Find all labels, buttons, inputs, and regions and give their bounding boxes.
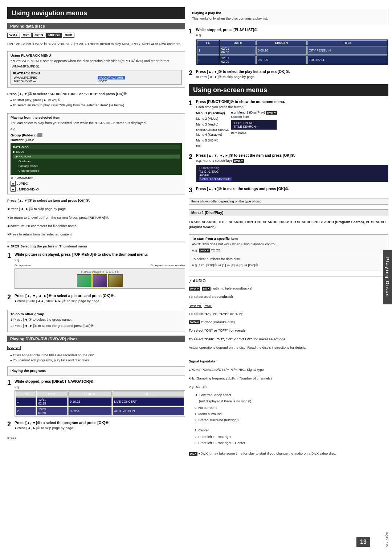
step-audio-picture-text: Press [▲, ▼]⑨ to select "AUDIO/PICTURE" … (7, 91, 185, 97)
playing-data-discs-title: Playing data discs (7, 23, 185, 29)
dvdv-karaoke-tag: DVD-V (189, 320, 200, 324)
thumb-images (77, 274, 123, 287)
jpeg-tag: JPEG (32, 33, 45, 38)
channel-item-6: 1: Center (195, 428, 388, 433)
mpeg-icon: ▶ (11, 186, 16, 192)
thumb-img-2 (93, 274, 107, 287)
channel-item-8: 3: Front left＋Front right＋Center (195, 440, 388, 446)
channel-item-2: (not displayed if there is no signal) (195, 399, 388, 404)
dvd-rw-bullet-2: You cannot edit programs, play lists and… (10, 358, 185, 363)
dvd-step1-number: 1 (7, 379, 12, 417)
press-item-label: Press [▲, ▼]⑨ to select an item and pres… (7, 198, 185, 203)
vcd-note: ●VCD This does not work when using playb… (192, 242, 385, 247)
on-screen-step1-note: Each time you press the button: (196, 104, 388, 110)
press-max: ●Maximum: 28 characters for file/folder … (7, 223, 185, 229)
go-to-other-group-box: To go to other group 1 Press [◄]⑨ to sel… (7, 310, 185, 332)
on-screen-step2-number: 2 (189, 153, 194, 183)
jpeg-step2-bullet: ●Press [SKIP |◄◄, SKIP ►► ]⑨ to skip pag… (15, 299, 185, 304)
thumbnail-area: ◄ JPEG images ► G 1/ 1/5 ► (15, 268, 185, 289)
playlist-note: This works only when the disc contains a… (192, 16, 385, 21)
jpeg-step1: 1 While picture is displayed, press [TOP… (7, 253, 185, 290)
actual-note: Actual operations depend on the disc. Re… (189, 345, 388, 350)
signal-text: LPCM/PPCM/□□ D/DTS/MP3/MPEG: Signal type (189, 367, 388, 372)
dvd-v-divx: DVD-V DivX (with multiple soundtracks) (189, 286, 388, 291)
on-screen-display: T1 C1 ♪1:ENG TITLE SEARCH— (231, 120, 277, 130)
press-selected: ●Press to return from the selected conte… (7, 232, 185, 237)
channel-item-7: 2: Front left＋Front right (195, 434, 388, 439)
with-multiple-soundtracks: (with multiple soundtracks) (212, 286, 252, 290)
step-audio-picture: Press [▲, ▼]⑨ to select "AUDIO/PICTURE" … (7, 91, 185, 108)
bullet-select-item: To select an item to play, refer "Playin… (10, 103, 185, 108)
dvd-step2-bullet: ●Press [◄, ►]⑨ to skip page by page. (15, 426, 185, 431)
mpeg4-tag: MPEG4 (46, 33, 62, 38)
step-audio-picture-bullets: To start play, press [► PLAY]⑥. To selec… (7, 98, 185, 108)
channel-item-4: 1: Mono surround (195, 411, 388, 416)
on-screen-step3: 3 Press [▲, ▼]⑨ to make the settings and… (189, 187, 388, 193)
signal-title: Signal type/data (189, 359, 388, 364)
press-return: ●To return to 1 level up from the curren… (7, 215, 185, 220)
on-screen-step2-eg: e.g. Menu 1 (Disc/Play) DVD-V (196, 158, 388, 163)
side-tab: Playing Discs (383, 250, 392, 304)
playlist-eg: e.g. (196, 33, 388, 38)
playlist-step2-bullet: ●Press [◄, ►]⑨ to skip page by page. (196, 74, 388, 79)
playlist-table: PL DATE LENGTH TITLE 1 02/0106:00 0:00:1… (196, 39, 388, 65)
music-icon: ♫ (11, 176, 13, 180)
thumb-img-3 (108, 274, 123, 287)
group-label: Group (Folder): (11, 133, 36, 137)
audio-title-text: AUDIO (193, 279, 205, 283)
on-screen-step1-number: 1 (189, 100, 194, 150)
jpeg-label-row: ▣ : JPEG (11, 181, 182, 186)
wma-mp3-label: ♫ : WMA/MP3 (11, 176, 182, 180)
khz-text: kHz (Sampling frequency)/bit/ch (Number … (189, 376, 388, 381)
wma-tag: WMA (7, 33, 20, 38)
playing-programs-box: Playing the programs (7, 366, 185, 376)
note-icon: ♪ (189, 278, 191, 284)
rqtx-label: RQTX1115 (385, 532, 388, 547)
jpeg-icon: ▣ (11, 181, 16, 186)
mpeg-label-row: ▶ : MPEG4/DivX (11, 186, 182, 192)
format-tags: WMA MP3 JPEG MPEG4 DivX (7, 33, 185, 38)
on-screen-step2: 2 Press [▲, ▼, ◄, ►]⑨ to select the item… (189, 153, 388, 183)
dvd-v-karaoke: DVD-V DVD-V (Karaoke disc) (189, 320, 388, 325)
select-lr: To select "L", "R", "L+R" or "L R" (189, 311, 388, 316)
dvd-rw-bullet-1: Titles appear only if the titles are rec… (10, 353, 185, 358)
on-screen-step3-number: 3 (189, 187, 194, 193)
jpeg-section-title: ■ JPEG Selecting the picture in Thumbnai… (7, 244, 185, 249)
playlist-step2: 2 Press [▲, ▼]⑨ to select the play list … (189, 70, 388, 81)
divx-note: DivX ●DivX It may take some time for pla… (189, 451, 388, 456)
wma-mp3-text: : WMA/MP3 (15, 176, 33, 180)
press-label-bottom: Press (7, 436, 185, 441)
items-differ-note: Items shown differ depending on the type… (189, 198, 388, 205)
mp3-tag: MP3 (21, 33, 32, 38)
on-screen-step2-header: Press [▲, ▼, ◄, ►]⑨ to select the item a… (196, 153, 388, 157)
dvd-rw-title: Playing DVD-R/-RW (DVD-VR) discs (7, 336, 185, 342)
audio-divider (189, 355, 388, 355)
data-disc-title: To select numbers for data disc (192, 257, 385, 262)
page-number: 13 (356, 537, 370, 547)
menu1-content: TRACK SEARCH, TITLE SEARCH, CONTENT SEAR… (189, 219, 388, 230)
go-step-1: 1 Press [◄]⑨ to select the group name. (11, 317, 182, 322)
dvdvr-tag-audio: DVD-VR (189, 304, 202, 308)
playlist-step1: 1 While stopped, press [PLAY LIST]⑦. e.g… (189, 28, 388, 66)
playback-menu-text: "PLAYBACK MENU" screen appears when the … (11, 58, 182, 69)
playing-selected-item-title: Playing from the selected item (11, 115, 182, 119)
channel-list: .1: Low frequency effect (not displayed … (189, 393, 388, 447)
on-screen-step2-display: Current setting T1 C ♪1:ENG ⊕OFF CHAPTER… (196, 165, 388, 182)
on-screen-menu-right: e.g. Menu 1 (Disc/Play) DVD-V Current it… (231, 111, 277, 149)
select-on-off: To select "ON" or "OFF" for vocals (189, 328, 388, 333)
dvd-step1: 1 While stopped, press [DIRECT NAVIGATOR… (7, 379, 185, 417)
audio-picture-highlight: AUDIO/PICTURE (98, 76, 125, 79)
group-name-label: Group name (15, 264, 30, 267)
playing-programs-title: Playing the programs (11, 369, 182, 373)
channel-item-1: .1: Low frequency effect (195, 393, 388, 398)
channel-item-5: 2: Stereo surround (left/right) (195, 418, 388, 423)
dvdv-tag: DVD-V (189, 287, 200, 291)
jpeg-label-text: : JPEG (17, 181, 28, 185)
playback-menu-title: Using PLAYBACK MENU (11, 53, 182, 57)
dvd-vr-note: DVD-VR Select "DATA" in "DVD-VR/DATA" (⇒… (7, 41, 185, 46)
specific-item-title: To start from a specific item (192, 237, 385, 241)
dvd-step2: 2 Press [▲, ▼]⑨ to select the program an… (7, 421, 185, 432)
on-screen-step1: 1 Press [FUNCTIONS]⑩ to show the on-scre… (189, 100, 388, 150)
press-skip: ●Press [◄, ►]⑨ to skip page by page. (7, 206, 185, 212)
audio-section-title: ♪ AUDIO (189, 278, 388, 284)
